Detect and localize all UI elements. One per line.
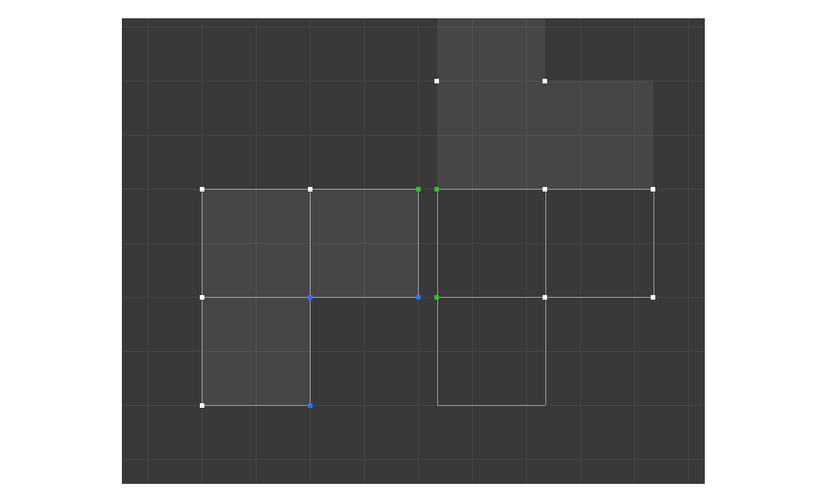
grid-line-v [148,18,148,484]
uv-edge[interactable] [202,405,310,406]
uv-vertex[interactable] [308,187,313,192]
uv-edge[interactable] [437,189,438,297]
uv-vertex[interactable] [308,403,313,408]
uv-vertex[interactable] [200,403,204,408]
uv-vertex[interactable] [543,295,547,300]
grid-line-h [122,27,705,27]
uv-vertex[interactable] [416,295,421,300]
uv-edge[interactable] [310,297,418,298]
uv-editor-viewport[interactable] [122,18,705,484]
uv-edge-inner[interactable] [545,189,546,297]
uv-vertex[interactable] [651,295,655,300]
uv-edge[interactable] [310,297,311,405]
uv-edge-inner[interactable] [310,189,311,297]
uv-edge-inner[interactable] [202,297,310,298]
uv-edge[interactable] [653,189,654,297]
uv-face[interactable] [545,81,653,189]
uv-face[interactable] [437,81,545,189]
uv-vertex[interactable] [434,187,439,192]
uv-vertex[interactable] [543,79,547,83]
uv-vertex[interactable] [308,295,313,300]
uv-vertex[interactable] [543,187,547,192]
uv-face[interactable] [310,189,418,297]
uv-face[interactable] [437,18,545,81]
uv-edge[interactable] [418,189,419,297]
uv-vertex[interactable] [200,295,204,300]
grid-line-v [688,18,689,484]
grid-line-h [122,459,705,460]
uv-vertex[interactable] [434,79,439,83]
uv-edge[interactable] [437,405,545,406]
uv-edge[interactable] [545,297,653,298]
uv-face[interactable] [202,189,310,297]
uv-edge[interactable] [437,297,438,405]
uv-vertex[interactable] [200,187,204,192]
uv-edge-inner[interactable] [437,297,545,298]
uv-vertex[interactable] [434,295,439,300]
uv-face[interactable] [202,297,310,405]
uv-edge[interactable] [545,297,546,405]
uv-vertex[interactable] [416,187,421,192]
uv-vertex[interactable] [651,187,655,192]
